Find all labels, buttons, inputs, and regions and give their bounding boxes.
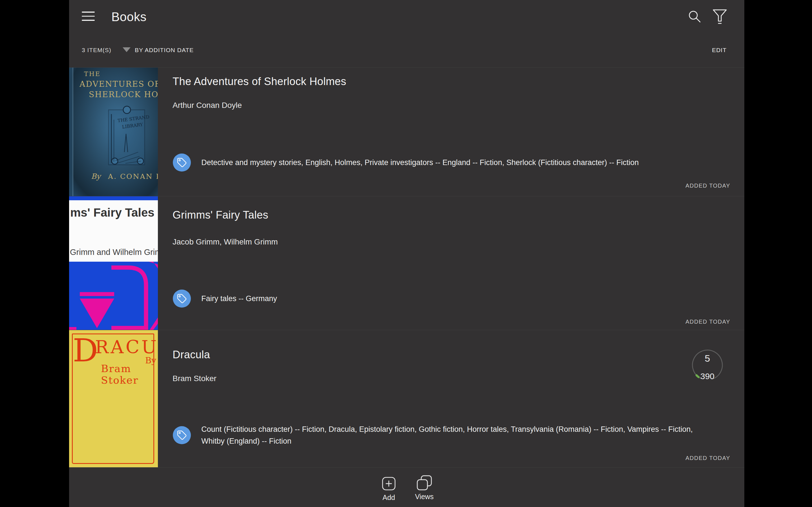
page-count: 390 — [689, 372, 726, 381]
added-date-stamp: ADDED TODAY — [686, 455, 730, 461]
add-button[interactable]: Add — [375, 476, 402, 502]
tags-badge — [173, 154, 191, 172]
views-button-label: Views — [411, 493, 438, 501]
views-icon — [416, 475, 432, 491]
reading-progress-ring: 5 390 — [689, 347, 726, 383]
cover-visible-authors: Grimm and Wilhelm Grimm — [70, 247, 158, 257]
book-title: Grimms' Fairy Tales — [172, 209, 268, 221]
search-button[interactable] — [688, 9, 702, 24]
cover-title-line2: ADVENTURES OF — [79, 79, 158, 89]
tag-icon — [177, 158, 187, 168]
books-app-window: Books 3 ITEM(S) BY ADDITION DATE EDIT — [69, 0, 744, 507]
book-cover-grimms: ms' Fairy Tales Grimm and Wilhelm Grimm — [69, 196, 158, 330]
book-tags: Detective and mystery stories, English, … — [201, 157, 709, 168]
book-title: Dracula — [172, 349, 210, 361]
book-author: Arthur Conan Doyle — [172, 101, 242, 110]
edit-button[interactable]: EDIT — [712, 47, 726, 54]
cover-byline-author: Bram Stoker — [101, 363, 158, 386]
hamburger-line — [82, 11, 95, 13]
book-author: Bram Stoker — [172, 374, 216, 383]
sort-direction-caret-icon[interactable] — [123, 47, 131, 52]
add-icon — [382, 476, 396, 491]
cover-title-initial: D — [73, 335, 98, 366]
search-icon — [688, 9, 702, 24]
added-date-stamp: ADDED TODAY — [686, 319, 730, 325]
tags-badge — [173, 290, 191, 307]
cover-artwork — [69, 262, 158, 330]
book-tags: Fairy tales -- Germany — [201, 293, 709, 304]
tag-icon — [177, 430, 187, 440]
cover-visible-title: ms' Fairy Tales — [70, 206, 154, 219]
book-cover-dracula: D RACULA By Bram Stoker — [69, 330, 158, 467]
cover-title-line1: THE — [84, 70, 101, 77]
current-page: 5 — [689, 353, 726, 364]
tags-badge — [173, 426, 191, 444]
views-button[interactable]: Views — [411, 475, 438, 501]
sort-by-control[interactable]: BY ADDITION DATE — [135, 47, 194, 54]
cover-byline-author: A. CONAN DOYLE . — [108, 172, 158, 180]
filter-button[interactable] — [713, 9, 727, 25]
hamburger-line — [82, 20, 95, 21]
item-count: 3 ITEM(S) — [82, 47, 111, 54]
hamburger-menu-button[interactable] — [82, 11, 95, 24]
book-title: The Adventures of Sherlock Holmes — [172, 75, 346, 88]
cover-byline-prefix: By — [91, 172, 101, 180]
hamburger-line — [82, 16, 95, 17]
cover-title-line3: SHERLOCK HOLMES — [89, 90, 158, 99]
cover-title-rest: RACULA — [95, 338, 158, 356]
row-divider — [69, 67, 744, 68]
page-title: Books — [111, 10, 147, 24]
book-cover-sherlock: THE ADVENTURES OF SHERLOCK HOLMES THE ST… — [69, 68, 158, 196]
book-author: Jacob Grimm, Wilhelm Grimm — [172, 237, 278, 246]
filter-funnel-icon — [713, 9, 727, 25]
add-button-label: Add — [375, 494, 402, 502]
book-tags: Count (Fictitious character) -- Fiction,… — [201, 424, 706, 447]
tag-icon — [177, 293, 187, 304]
added-date-stamp: ADDED TODAY — [686, 182, 730, 189]
screen: Books 3 ITEM(S) BY ADDITION DATE EDIT — [0, 0, 812, 507]
